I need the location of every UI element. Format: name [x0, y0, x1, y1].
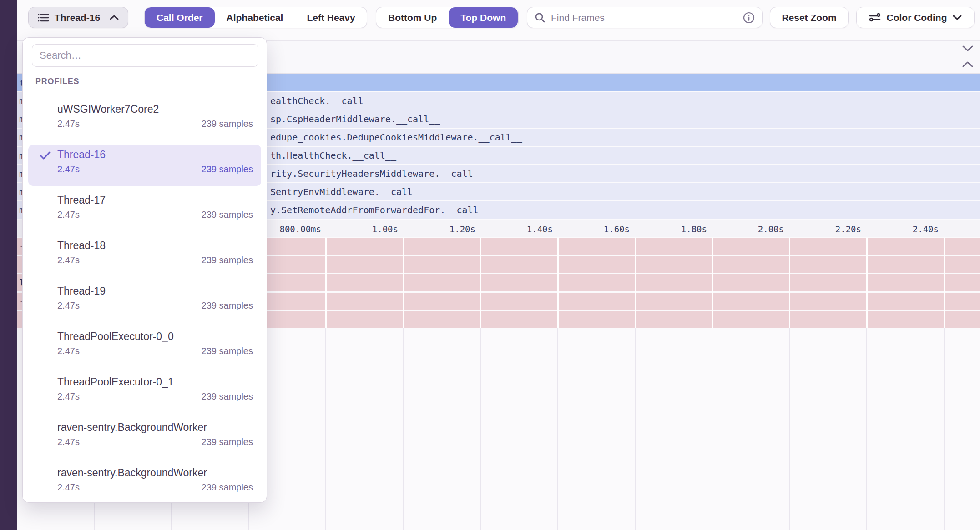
profile-duration: 2.47s	[57, 253, 80, 267]
profile-name: Thread-16	[57, 147, 253, 162]
profile-name: Thread-19	[57, 283, 253, 299]
profile-item[interactable]: Thread-19 2.47s 239 samples	[23, 280, 267, 325]
direction-tabs: Bottom Up Top Down	[376, 7, 519, 28]
list-icon	[37, 12, 49, 23]
info-icon[interactable]	[743, 12, 755, 24]
axis-tick-label: 1.80s	[681, 220, 707, 238]
profile-item[interactable]: raven-sentry.BackgroundWorker 2.47s 239 …	[23, 416, 267, 461]
profile-name: raven-sentry.BackgroundWorker	[57, 465, 253, 480]
find-frames-search	[527, 7, 763, 28]
profile-duration: 2.47s	[57, 208, 80, 221]
thread-dropdown-panel: PROFILES uWSGIWorker7Core2 2.47s 239 sam…	[22, 37, 267, 503]
frame-label-fragment: SentryEnvMiddleware.__call__	[270, 183, 424, 200]
toolbar: Thread-16 Call Order Alphabetical Left H…	[17, 0, 980, 37]
chevron-down-icon	[952, 15, 962, 20]
profile-name: Thread-18	[57, 238, 253, 253]
profiler-screen: t m ealthCheck.__call__ m sp.CspHeaderMi…	[0, 0, 980, 530]
axis-tick-label: 2.40s	[913, 220, 939, 238]
dropdown-search-input[interactable]	[32, 44, 258, 67]
tab-top-down[interactable]: Top Down	[449, 7, 518, 28]
profile-samples: 239 samples	[202, 435, 253, 449]
profile-item-selected[interactable]: Thread-16 2.47s 239 samples	[23, 143, 267, 189]
profile-duration: 2.47s	[57, 344, 80, 358]
profiles-list: uWSGIWorker7Core2 2.47s 239 samples Thre…	[23, 98, 267, 503]
axis-tick-label: 1.60s	[604, 220, 630, 238]
axis-tick-label: 1.20s	[450, 220, 475, 238]
profile-item[interactable]: ThreadPoolExecutor-0_0 2.47s 239 samples	[23, 325, 267, 370]
frame-label-fragment: edupe_cookies.DedupeCookiesMiddleware.__…	[270, 129, 522, 146]
profile-duration: 2.47s	[57, 480, 80, 494]
tab-call-order[interactable]: Call Order	[145, 7, 215, 28]
profile-name: ThreadPoolExecutor-0_0	[57, 329, 253, 344]
check-icon	[39, 150, 51, 160]
profile-samples: 239 samples	[202, 208, 253, 221]
profile-samples: 239 samples	[202, 344, 253, 358]
frame-label-fragment: th.HealthCheck.__call__	[270, 147, 396, 164]
tab-bottom-up[interactable]: Bottom Up	[376, 7, 449, 28]
profile-samples: 239 samples	[202, 162, 253, 176]
frame-label-fragment: y.SetRemoteAddrFromForwardedFor.__call__	[270, 201, 490, 219]
search-icon	[535, 12, 546, 23]
axis-tick-label: 2.20s	[835, 220, 861, 238]
axis-tick-label: 800.00ms	[279, 220, 321, 238]
profile-name: raven-sentry.BackgroundWorker	[57, 420, 253, 435]
profile-name: Thread-17	[57, 192, 253, 208]
profile-item[interactable]: raven-sentry.BackgroundWorker 2.47s 239 …	[23, 461, 267, 503]
tab-alphabetical[interactable]: Alphabetical	[215, 7, 295, 28]
chevron-up-icon[interactable]	[962, 60, 974, 68]
profile-item[interactable]: uWSGIWorker7Core2 2.47s 239 samples	[23, 98, 267, 143]
sort-order-tabs: Call Order Alphabetical Left Heavy	[144, 7, 367, 28]
tab-left-heavy[interactable]: Left Heavy	[295, 7, 367, 28]
thread-selector-button[interactable]: Thread-16	[28, 7, 128, 28]
profile-samples: 239 samples	[202, 117, 253, 130]
profile-item[interactable]: Thread-18 2.47s 239 samples	[23, 234, 267, 280]
frame-label-fragment: sp.CspHeaderMiddleware.__call__	[270, 110, 440, 128]
reset-zoom-label: Reset Zoom	[782, 12, 836, 23]
profile-samples: 239 samples	[202, 390, 253, 403]
find-frames-input[interactable]	[550, 12, 738, 24]
color-coding-button[interactable]: Color Coding	[856, 7, 975, 28]
color-coding-label: Color Coding	[887, 12, 947, 23]
profile-name: ThreadPoolExecutor-0_1	[57, 374, 253, 390]
profile-name: uWSGIWorker7Core2	[57, 101, 253, 117]
profile-samples: 239 samples	[202, 253, 253, 267]
left-sidebar-strip	[0, 0, 17, 530]
profile-samples: 239 samples	[202, 299, 253, 312]
axis-tick-label: 1.40s	[527, 220, 553, 238]
profile-duration: 2.47s	[57, 117, 80, 130]
frame-label-fragment: ealthCheck.__call__	[270, 92, 374, 110]
profile-duration: 2.47s	[57, 162, 80, 176]
chevron-down-icon[interactable]	[962, 45, 974, 52]
chevron-up-icon	[109, 15, 119, 20]
sliders-icon	[869, 12, 881, 23]
profile-duration: 2.47s	[57, 435, 80, 449]
profiles-section-label: PROFILES	[35, 77, 79, 86]
frame-label-fragment: rity.SecurityHeadersMiddleware.__call__	[270, 165, 484, 182]
axis-tick-label: 1.00s	[372, 220, 398, 238]
profile-duration: 2.47s	[57, 299, 80, 312]
profile-duration: 2.47s	[57, 390, 80, 403]
axis-tick-label: 2.00s	[758, 220, 784, 238]
profile-item[interactable]: ThreadPoolExecutor-0_1 2.47s 239 samples	[23, 370, 267, 416]
profile-item[interactable]: Thread-17 2.47s 239 samples	[23, 189, 267, 234]
profile-samples: 239 samples	[202, 480, 253, 494]
reset-zoom-button[interactable]: Reset Zoom	[770, 7, 849, 28]
thread-selector-label: Thread-16	[55, 12, 100, 23]
